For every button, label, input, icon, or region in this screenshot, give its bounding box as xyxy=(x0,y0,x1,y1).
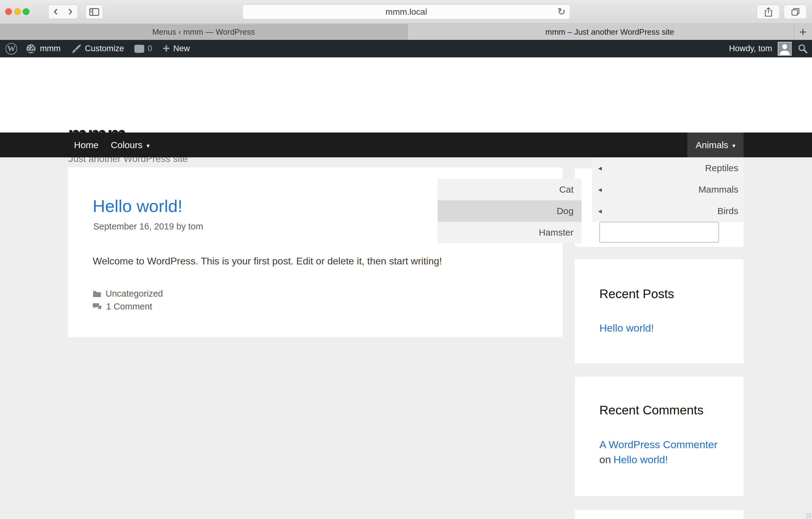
tabs-icon xyxy=(790,7,800,17)
menu-item-cat[interactable]: Cat xyxy=(438,179,582,200)
nav-item-animals[interactable]: Animals ▾ xyxy=(688,132,744,157)
chevron-left-icon: ◂ xyxy=(598,207,602,215)
sidebar-search-input[interactable] xyxy=(599,222,719,243)
menu-item-hamster[interactable]: Hamster xyxy=(438,222,582,243)
menu-item-mammals[interactable]: ◂ Mammals xyxy=(592,179,744,200)
mammals-flyout-menu: Cat Dog Hamster xyxy=(438,179,582,243)
tab-title: Menus ‹ mmm — WordPress xyxy=(152,27,255,37)
comments-button[interactable]: 0 xyxy=(129,40,157,57)
tab-site-front[interactable]: mmm – Just another WordPress site + xyxy=(408,24,812,40)
post-meta[interactable]: September 16, 2019 by tom xyxy=(93,221,203,232)
admin-bar-site-name[interactable]: mmm xyxy=(20,40,66,57)
close-button[interactable] xyxy=(5,8,12,15)
new-content-button[interactable]: + New xyxy=(157,40,195,57)
comment-on-line: onHello world! xyxy=(599,454,668,466)
chevron-down-icon: ▾ xyxy=(146,141,149,149)
menu-item-birds[interactable]: ◂ Birds xyxy=(592,200,744,222)
search-icon[interactable] xyxy=(797,43,808,54)
menu-label: Birds xyxy=(718,206,738,216)
wp-logo-menu[interactable]: W xyxy=(2,40,20,57)
share-button[interactable] xyxy=(757,5,780,19)
window-resize-grip[interactable] xyxy=(806,513,811,518)
site-header: mmm Just another WordPress site xyxy=(0,57,812,132)
plus-icon: + xyxy=(800,25,807,39)
browser-titlebar: ‹ › mmm.local ↻ xyxy=(0,0,812,24)
comment-bubble-icon xyxy=(135,45,144,53)
sidebar-widget-recent-posts: Recent Posts Hello world! xyxy=(575,259,744,364)
new-label: New xyxy=(173,44,190,53)
reload-icon[interactable]: ↻ xyxy=(557,6,566,18)
site-name-label: mmm xyxy=(40,44,60,53)
admin-bar-right: Howdy, tom xyxy=(729,40,808,57)
plus-icon: + xyxy=(163,42,170,56)
menu-label: Cat xyxy=(559,184,574,195)
wp-admin-bar: W mmm Customize 0 + New xyxy=(0,40,812,57)
nav-item-colours[interactable]: Colours ▾ xyxy=(105,132,155,157)
forward-button[interactable]: › xyxy=(63,5,78,19)
post-body: Welcome to WordPress. This is your first… xyxy=(93,255,442,267)
menu-label: Dog xyxy=(557,206,574,216)
sidebar-icon xyxy=(89,7,99,17)
nav-left-items: Home Colours ▾ xyxy=(68,132,155,157)
avatar-silhouette xyxy=(779,43,791,55)
recent-posts-title: Recent Posts xyxy=(599,287,674,301)
tab-title: mmm – Just another WordPress site xyxy=(545,27,674,37)
browser-window: ‹ › mmm.local ↻ Menus ‹ mmm — WordP xyxy=(0,0,812,519)
post-comments-row: 1 Comment xyxy=(93,302,152,312)
recent-comments-title: Recent Comments xyxy=(599,403,704,418)
tab-bar: Menus ‹ mmm — WordPress mmm – Just anoth… xyxy=(0,24,812,40)
post-title-link[interactable]: Hello world! xyxy=(93,196,182,216)
nav-item-home[interactable]: Home xyxy=(68,132,105,157)
comment-count: 0 xyxy=(148,44,152,53)
primary-nav: Home Colours ▾ Animals ▾ xyxy=(0,132,812,157)
wordpress-logo-icon: W xyxy=(5,43,17,55)
animals-dropdown-menu: ◂ Reptiles ◂ Mammals ◂ Birds xyxy=(592,157,744,222)
chevron-left-icon: ◂ xyxy=(598,164,602,173)
address-bar[interactable]: mmm.local ↻ xyxy=(242,4,570,19)
chevron-down-icon: ▾ xyxy=(732,141,735,149)
menu-item-reptiles[interactable]: ◂ Reptiles xyxy=(592,157,744,179)
share-icon xyxy=(763,7,773,17)
chevron-right-icon: › xyxy=(68,3,73,19)
admin-bar-left: W mmm Customize 0 + New xyxy=(2,40,195,57)
post-comments-link[interactable]: 1 Comment xyxy=(106,302,152,312)
post-category-link[interactable]: Uncategorized xyxy=(106,288,163,299)
chevron-left-icon: ◂ xyxy=(598,185,602,194)
new-tab-button[interactable]: + xyxy=(793,24,812,40)
comment-post-link[interactable]: Hello world! xyxy=(613,454,668,465)
tab-wp-admin-menus[interactable]: Menus ‹ mmm — WordPress xyxy=(0,24,408,40)
nav-home-label: Home xyxy=(74,140,98,150)
sidebar-widget-recent-comments: Recent Comments A WordPress Commenter on… xyxy=(575,377,744,496)
post-category-row: Uncategorized xyxy=(93,288,163,299)
back-button[interactable]: ‹ xyxy=(48,5,63,19)
paintbrush-icon xyxy=(71,43,81,54)
sidebar-widget-partial xyxy=(575,510,744,519)
comment-connector: on xyxy=(599,454,611,465)
sidebar-toggle-button[interactable] xyxy=(85,5,103,19)
menu-label: Mammals xyxy=(698,184,738,195)
tab-overview-button[interactable] xyxy=(784,5,807,19)
user-avatar[interactable] xyxy=(778,42,792,56)
folder-icon xyxy=(93,290,101,298)
chevron-left-icon: ‹ xyxy=(53,3,58,19)
comments-icon xyxy=(93,302,102,311)
comment-author-link[interactable]: A WordPress Commenter xyxy=(599,439,718,451)
minimize-button[interactable] xyxy=(14,8,21,15)
address-url: mmm.local xyxy=(385,7,427,17)
customize-label: Customize xyxy=(85,44,124,53)
menu-label: Hamster xyxy=(539,227,574,238)
menu-label: Reptiles xyxy=(705,163,738,173)
customize-button[interactable]: Customize xyxy=(66,40,129,57)
zoom-button[interactable] xyxy=(23,8,29,15)
dashboard-gauge-icon xyxy=(26,43,36,54)
nav-colours-label: Colours xyxy=(111,140,142,150)
nav-animals-label: Animals xyxy=(696,140,728,150)
menu-item-dog[interactable]: Dog xyxy=(438,200,582,222)
recent-post-link[interactable]: Hello world! xyxy=(599,322,654,334)
howdy-label[interactable]: Howdy, tom xyxy=(729,44,772,53)
